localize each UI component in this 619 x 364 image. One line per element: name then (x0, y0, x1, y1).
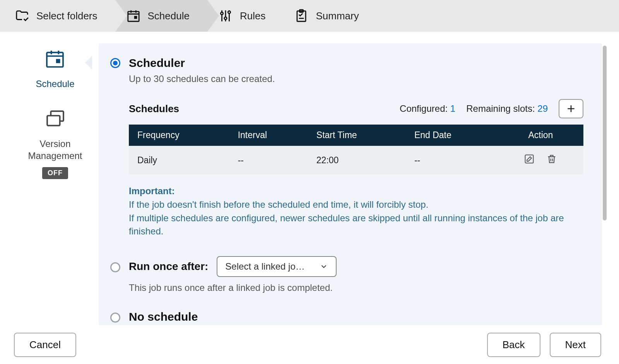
remaining-slots: Remaining slots: 29 (466, 103, 548, 114)
svg-rect-11 (525, 155, 534, 163)
linked-job-select[interactable]: Select a linked jo… (217, 256, 337, 277)
run-once-description: This job runs once after a linked job is… (129, 282, 583, 293)
scheduler-subtitle: Up to 30 schedules can be created. (129, 73, 583, 84)
step-label: Select folders (36, 10, 97, 22)
radio-scheduler[interactable] (110, 58, 120, 68)
svg-rect-0 (128, 12, 139, 21)
cell-end-date: -- (406, 146, 498, 174)
cell-start-time: 22:00 (308, 146, 406, 174)
add-schedule-button[interactable] (559, 99, 583, 118)
sidebar-item-schedule[interactable]: Schedule (36, 48, 74, 90)
next-button[interactable]: Next (550, 333, 601, 357)
svg-rect-7 (47, 53, 63, 67)
configured-count: Configured: 1 (400, 103, 455, 114)
step-select-folders[interactable]: Select folders (4, 0, 115, 32)
svg-rect-8 (57, 60, 60, 62)
col-frequency: Frequency (129, 125, 229, 146)
step-label: Schedule (148, 10, 190, 22)
svg-rect-10 (47, 116, 60, 126)
schedules-table: Frequency Interval Start Time End Date A… (129, 125, 583, 174)
radio-run-once-after[interactable] (110, 262, 120, 272)
scrollbar-thumb[interactable] (603, 46, 607, 220)
select-value: Select a linked jo… (225, 261, 304, 272)
important-note: Important: If the job doesn't finish bef… (129, 185, 583, 238)
col-start-time: Start Time (308, 125, 406, 146)
edit-icon (524, 154, 535, 164)
col-interval: Interval (229, 125, 308, 146)
footer: Cancel Back Next (0, 325, 619, 364)
plus-icon (566, 104, 576, 114)
svg-point-4 (228, 11, 230, 13)
cell-frequency: Daily (129, 146, 229, 174)
svg-rect-1 (135, 17, 137, 19)
stack-icon (44, 108, 66, 132)
sliders-icon (218, 9, 233, 23)
calendar-icon (126, 9, 141, 23)
folder-check-icon (15, 9, 29, 23)
sidebar-item-version-management[interactable]: Version Management OFF (28, 108, 82, 179)
step-summary[interactable]: Summary (283, 0, 376, 32)
sidebar-item-label: Schedule (36, 78, 74, 90)
back-button[interactable]: Back (487, 333, 540, 357)
wizard-stepper: Select folders Schedule Rules Summary (0, 0, 619, 32)
delete-button[interactable] (546, 154, 557, 167)
schedules-heading: Schedules (129, 103, 179, 115)
clipboard-check-icon (294, 9, 309, 23)
chevron-down-icon (320, 262, 328, 271)
table-row: Daily -- 22:00 -- (129, 146, 583, 174)
svg-point-2 (221, 12, 223, 15)
cell-interval: -- (229, 146, 308, 174)
cancel-button[interactable]: Cancel (14, 333, 76, 357)
sidebar: Schedule Version Management OFF (12, 43, 99, 325)
off-badge: OFF (42, 167, 68, 179)
trash-icon (546, 154, 557, 164)
svg-point-3 (224, 17, 227, 19)
step-schedule[interactable]: Schedule (115, 0, 207, 32)
col-end-date: End Date (406, 125, 498, 146)
step-label: Rules (240, 10, 265, 22)
panel-scrollbar[interactable] (602, 43, 607, 325)
step-label: Summary (316, 10, 359, 22)
col-action: Action (498, 125, 583, 146)
sidebar-item-label: Version Management (28, 138, 82, 162)
schedule-panel: Scheduler Up to 30 schedules can be crea… (99, 43, 602, 325)
no-schedule-title: No schedule (129, 310, 198, 323)
calendar-icon (44, 48, 66, 72)
scheduler-title: Scheduler (129, 56, 583, 70)
edit-button[interactable] (524, 154, 535, 167)
run-once-title: Run once after: (129, 260, 208, 273)
radio-no-schedule[interactable] (110, 313, 120, 323)
